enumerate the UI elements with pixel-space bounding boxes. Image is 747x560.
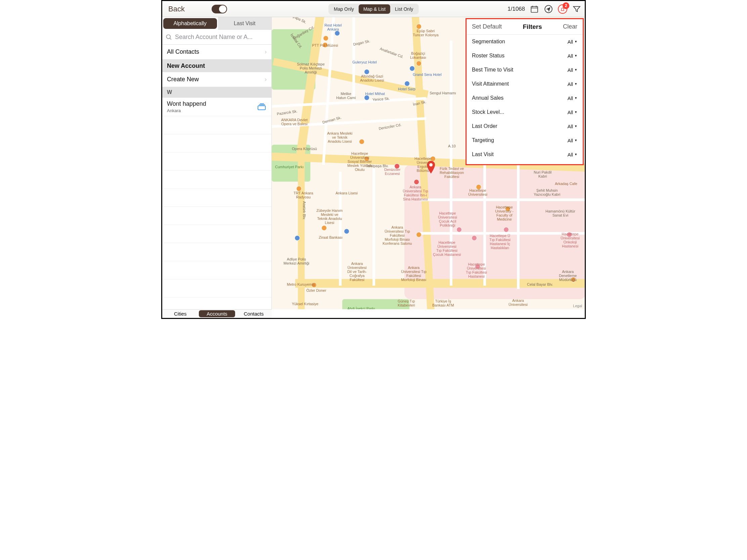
map-label: Sengul Hamamı	[430, 91, 456, 95]
map-label: Hotel Sarp	[398, 87, 415, 91]
map-label: Yüksel Kırtasiye	[292, 302, 318, 306]
bottom-tab-bar: Cities Accounts Contacts	[162, 309, 272, 318]
view-mode-segmented[interactable]: Map Only Map & List List Only	[329, 4, 419, 15]
filter-row-annual-sales[interactable]: Annual SalesAll▼	[467, 91, 583, 105]
record-counter: 1/1068	[508, 6, 525, 12]
map-label: Hacettepe ÜTıp FakültesiHastanesi İçHast…	[489, 234, 511, 250]
map-label: Adliye PolisMerkezi Amirliği	[283, 257, 309, 265]
tab-last-visit[interactable]: Last Visit	[218, 17, 272, 30]
map-label: TRT AnkaraRadyosu	[293, 191, 313, 199]
notifications-badge[interactable]: 2	[558, 4, 567, 14]
seg-map-only[interactable]: Map Only	[329, 4, 359, 14]
filter-label: Best Time to Visit	[472, 67, 513, 73]
map-label: HacettepeÜniversitesiÇocuk AcilPoliklini…	[438, 211, 457, 227]
map-label: A.10	[448, 144, 456, 148]
chevron-down-icon: ▼	[574, 68, 577, 72]
search-placeholder: Search Account Name or A...	[175, 33, 253, 41]
filter-row-targeting[interactable]: TargetingAll▼	[467, 133, 583, 148]
section-new-account: New Account	[162, 59, 272, 72]
filter-row-best-time-to-visit[interactable]: Best Time to VisitAll▼	[467, 63, 583, 77]
filter-value: All▼	[567, 152, 577, 157]
filter-row-stock-level-[interactable]: Stock Level...All▼	[467, 105, 583, 119]
create-new-label: Create New	[167, 76, 199, 83]
tab-accounts[interactable]: Accounts	[199, 310, 235, 317]
map-label: Özler Doner	[306, 288, 326, 292]
map-label: Altındağ GaziAnadolu Lisesi	[360, 74, 384, 82]
location-arrow-icon[interactable]	[544, 4, 553, 14]
map-label: AnkaraÜniversitesi TıpFakültesiMorfoloji…	[401, 266, 427, 282]
map-label: Denizciler Cd.	[378, 123, 402, 131]
account-name: Wont happend	[167, 100, 206, 107]
empty-list-area	[162, 116, 272, 309]
tab-alphabetically[interactable]: Alphabetically	[163, 18, 217, 29]
all-contacts-row[interactable]: All Contacts ›	[162, 45, 272, 59]
set-default-button[interactable]: Set Default	[472, 23, 502, 30]
map-legal-link[interactable]: Legal	[573, 304, 582, 308]
tab-cities[interactable]: Cities	[162, 310, 198, 318]
map-label: Ankara Lisesi	[336, 191, 358, 195]
filter-row-last-order[interactable]: Last OrderAll▼	[467, 119, 583, 133]
search-input[interactable]: Search Account Name or A...	[162, 30, 272, 45]
map-label: Şehit MuhsinYazıcıoğlu Kabri	[534, 188, 560, 196]
chevron-down-icon: ▼	[574, 40, 577, 43]
svg-rect-5	[258, 106, 265, 110]
filter-funnel-icon[interactable]	[572, 4, 582, 14]
filters-title: Filters	[523, 23, 542, 31]
filter-row-visit-attainment[interactable]: Visit AttainmentAll▼	[467, 77, 583, 91]
map-label: AnkaraÜniversitesi	[509, 298, 528, 306]
map-label: Fizik Tedavi veRehabilitasyonFakültesi	[440, 166, 464, 179]
map-label: Ankara Meslekive TeknikAnadolu Lisesi	[327, 131, 352, 143]
sidebar-sort-tabs: Alphabetically Last Visit	[162, 17, 272, 30]
filter-value: All▼	[567, 53, 577, 59]
tab-contacts[interactable]: Contacts	[236, 310, 272, 318]
map-label: HacettepeÜniversitesiTıp FakültesiHastan…	[466, 262, 487, 278]
account-city: Ankara	[167, 108, 206, 113]
map-label: Abdi İpekçi Parkı	[347, 306, 375, 309]
map-label: Opera Köprüsü	[292, 147, 317, 151]
filter-row-segmentation[interactable]: SegmentationAll▼	[467, 34, 583, 49]
filter-value: All▼	[567, 67, 577, 73]
map-label: HacettepeÜniversitesi	[468, 188, 487, 196]
filter-label: Last Visit	[472, 152, 494, 157]
map-label: Atatürk Blv.	[302, 201, 306, 219]
seg-list-only[interactable]: List Only	[390, 4, 418, 14]
filter-row-roster-status[interactable]: Roster StatusAll▼	[467, 49, 583, 63]
chevron-down-icon: ▼	[574, 96, 577, 100]
map-label: Guleryuz Hotel	[352, 60, 377, 64]
letter-section-header: W	[162, 87, 272, 98]
cards-stack-icon[interactable]	[257, 103, 267, 110]
map-label: HacettepeUniversity -Faculty ofMedicine	[495, 205, 514, 221]
chevron-down-icon: ▼	[574, 139, 577, 142]
top-toolbar: Back Map Only Map & List List Only 1/106…	[162, 1, 585, 17]
filter-label: Last Order	[472, 123, 497, 129]
clear-filters-button[interactable]: Clear	[563, 23, 577, 30]
filter-value: All▼	[567, 81, 577, 87]
back-button[interactable]: Back	[165, 3, 188, 15]
map-label: Eyüp SabriTuncer Kolonya	[413, 29, 439, 37]
filter-label: Roster Status	[472, 53, 505, 59]
chevron-down-icon: ▼	[574, 153, 577, 156]
chevron-down-icon: ▼	[574, 82, 577, 86]
filter-label: Annual Sales	[472, 95, 504, 101]
map-label: AnkaraÜniversitesi TıpFakültesi İbn-iSin…	[403, 185, 428, 201]
map-label: Nuri PakdilKabri	[534, 170, 551, 178]
svg-point-4	[166, 34, 171, 38]
seg-map-list[interactable]: Map & List	[359, 4, 390, 14]
toggle-switch[interactable]	[212, 5, 227, 14]
calendar-icon[interactable]	[530, 4, 539, 14]
chevron-right-icon: ›	[265, 48, 267, 55]
filter-row-last-visit[interactable]: Last VisitAll▼	[467, 148, 583, 161]
account-row[interactable]: Wont happend Ankara	[162, 98, 272, 116]
chevron-down-icon: ▼	[574, 125, 577, 128]
map-canvas[interactable]: Rest HotelAnkara PTT Pul Müzesi Eyüp Sab…	[272, 17, 585, 309]
map-label: Çapa Sk.	[292, 17, 307, 24]
map-label: AnkaraDenetlemeMüdürlüğü	[559, 270, 577, 282]
map-label: Arkadaş Cafe	[555, 182, 577, 186]
chevron-down-icon: ▼	[574, 110, 577, 114]
create-new-row[interactable]: Create New ›	[162, 72, 272, 87]
map-label: Talatpaşa Blv.	[366, 164, 389, 168]
map-label: Metro Kuruyemiş	[287, 282, 315, 286]
map-label: Türkiye İşBankası ATM	[432, 299, 454, 307]
map-label: Hamamönü KültürSanat Evi	[545, 209, 575, 217]
map-label: HacettepeÜniversErgoteBölümü	[414, 156, 431, 172]
